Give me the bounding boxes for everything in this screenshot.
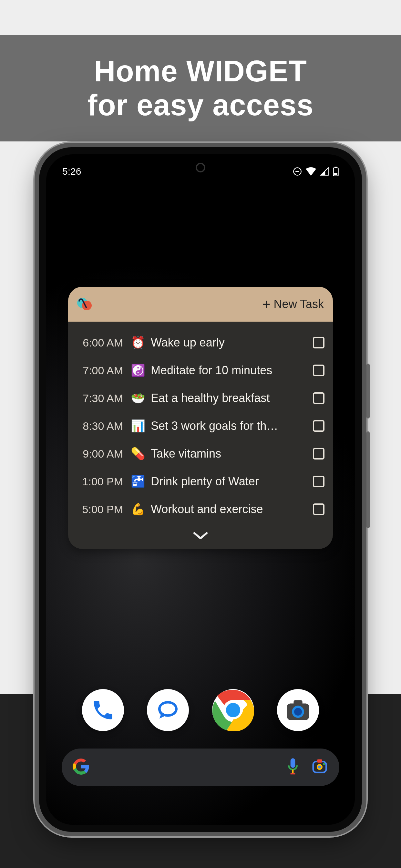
camera-app-icon[interactable]	[277, 689, 319, 731]
task-time: 1:00 PM	[76, 475, 125, 488]
task-row[interactable]: 1:00 PM🚰Drink plenty of Water	[76, 468, 325, 495]
dock	[46, 689, 355, 731]
task-checkbox[interactable]	[313, 392, 325, 404]
svg-rect-20	[317, 760, 322, 763]
svg-point-11	[226, 703, 240, 717]
task-time: 8:30 AM	[76, 420, 125, 432]
task-time: 7:00 AM	[76, 364, 125, 377]
task-emoji-icon: 🚰	[129, 475, 146, 488]
task-time: 7:30 AM	[76, 392, 125, 405]
task-title: Workout and exercise	[151, 502, 306, 516]
battery-icon	[333, 166, 339, 176]
promo-line-2: for easy access	[88, 88, 313, 122]
task-emoji-icon: 💊	[129, 447, 146, 461]
new-task-label: New Task	[274, 298, 324, 311]
chevron-down-icon	[192, 531, 209, 541]
messages-app-icon[interactable]	[147, 689, 189, 731]
phone-app-icon[interactable]	[82, 689, 124, 731]
task-row[interactable]: 7:30 AM🥗Eat a healthy breakfast	[76, 384, 325, 412]
task-time: 9:00 AM	[76, 447, 125, 460]
tasks-widget[interactable]: + New Task 6:00 AM⏰Wake up early7:00 AM☯…	[68, 287, 333, 549]
app-logo-icon[interactable]	[75, 294, 95, 314]
svg-point-15	[294, 708, 302, 716]
chrome-app-icon[interactable]	[212, 689, 254, 731]
status-icons	[293, 166, 339, 176]
task-list[interactable]: 6:00 AM⏰Wake up early7:00 AM☯️Meditate f…	[68, 321, 333, 523]
dnd-icon	[293, 167, 302, 176]
google-logo-icon	[73, 758, 89, 776]
mic-icon[interactable]	[286, 757, 300, 777]
task-time: 5:00 PM	[76, 503, 125, 516]
task-checkbox[interactable]	[313, 365, 325, 376]
phone-side-button	[366, 431, 370, 528]
svg-point-22	[318, 766, 321, 769]
task-title: Drink plenty of Water	[151, 475, 306, 488]
lens-icon[interactable]	[311, 758, 328, 777]
task-checkbox[interactable]	[313, 337, 325, 348]
status-time: 5:26	[62, 166, 81, 177]
svg-point-8	[161, 703, 175, 714]
task-emoji-icon: 🥗	[129, 392, 146, 405]
task-emoji-icon: 💪	[129, 502, 146, 516]
task-emoji-icon: 📊	[129, 419, 146, 433]
svg-point-23	[323, 763, 325, 765]
phone-side-button	[366, 364, 370, 418]
google-search-bar[interactable]	[62, 748, 339, 786]
svg-rect-13	[294, 700, 302, 706]
task-time: 6:00 AM	[76, 337, 125, 349]
task-row[interactable]: 8:30 AM📊Set 3 work goals for th…	[76, 412, 325, 440]
signal-icon	[320, 167, 329, 176]
widget-header: + New Task	[68, 287, 333, 321]
task-row[interactable]: 7:00 AM☯️Meditate for 10 minutes	[76, 356, 325, 384]
task-row[interactable]: 9:00 AM💊Take vitamins	[76, 440, 325, 468]
new-task-button[interactable]: + New Task	[262, 297, 324, 311]
task-checkbox[interactable]	[313, 448, 325, 460]
expand-button[interactable]	[68, 523, 333, 549]
task-emoji-icon: ☯️	[129, 364, 146, 377]
phone-screen[interactable]: 5:26 + New Task	[46, 154, 355, 825]
task-row[interactable]: 5:00 PM💪Workout and exercise	[76, 495, 325, 523]
task-title: Take vitamins	[151, 447, 306, 461]
plus-icon: +	[262, 297, 271, 311]
task-checkbox[interactable]	[313, 503, 325, 515]
task-title: Meditate for 10 minutes	[151, 364, 306, 377]
phone-frame: 5:26 + New Task	[39, 147, 362, 832]
task-checkbox[interactable]	[313, 420, 325, 432]
svg-rect-16	[290, 758, 296, 768]
wifi-icon	[306, 167, 316, 176]
promo-banner: Home WIDGET for easy access	[0, 35, 401, 142]
svg-rect-4	[334, 173, 337, 175]
task-emoji-icon: ⏰	[129, 336, 146, 349]
status-bar: 5:26	[46, 163, 355, 180]
svg-rect-3	[335, 166, 337, 168]
task-title: Eat a healthy breakfast	[151, 392, 306, 405]
task-title: Wake up early	[151, 336, 306, 349]
promo-line-1: Home WIDGET	[94, 54, 307, 88]
task-row[interactable]: 6:00 AM⏰Wake up early	[76, 329, 325, 356]
task-checkbox[interactable]	[313, 476, 325, 487]
task-title: Set 3 work goals for th…	[151, 419, 306, 433]
